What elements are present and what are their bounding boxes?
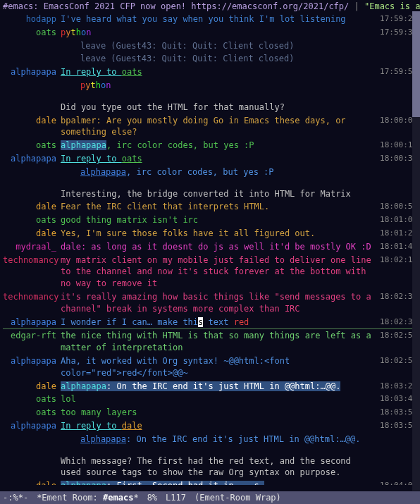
message-body: python bbox=[61, 27, 375, 39]
nick: alphapapa bbox=[3, 153, 61, 165]
mention[interactable]: alphapapa bbox=[80, 434, 126, 444]
timestamp: 18:03:52 bbox=[375, 407, 417, 419]
nick bbox=[3, 102, 61, 113]
message-body: python bbox=[61, 80, 375, 92]
timestamp: 18:02:35 bbox=[375, 316, 417, 328]
nick bbox=[3, 455, 61, 479]
timestamp bbox=[375, 188, 417, 200]
scrollbar-thumb[interactable] bbox=[412, 11, 420, 117]
message-body: the nice thing with HTML is that so many… bbox=[61, 330, 375, 354]
message-row: technomancyit's really amazing how basic… bbox=[0, 290, 420, 316]
message-row: dalebpalmer: Are you mostly doing Go in … bbox=[0, 114, 420, 140]
nick: oats bbox=[3, 140, 61, 152]
mention[interactable]: alphapapa bbox=[61, 481, 106, 485]
reply-link[interactable]: In reply to bbox=[61, 67, 122, 77]
nick bbox=[3, 188, 61, 200]
nick: dale bbox=[3, 228, 61, 240]
message-row: oatstoo many layers18:03:52 bbox=[0, 406, 420, 419]
topic-separator: | bbox=[354, 1, 364, 11]
nick: hodapp bbox=[3, 13, 61, 25]
message-body: In reply to oats bbox=[61, 153, 375, 165]
message-row: alphapapaAha, it worked with Org syntax!… bbox=[0, 355, 420, 380]
timestamp: 18:02:55 bbox=[375, 330, 417, 354]
modeline-buffer: *Ement Room: #emacs* bbox=[37, 493, 139, 503]
mention[interactable]: alphapapa bbox=[61, 140, 106, 150]
timestamp: 18:03:29 bbox=[375, 381, 417, 393]
message-row: mydraal_dale: as long as it doesnt do js… bbox=[0, 240, 420, 254]
message-row: Did you type out the HTML for that manua… bbox=[0, 101, 420, 114]
message-row: dalealphapapa: On the IRC end it's just … bbox=[0, 380, 420, 393]
nick: oats bbox=[3, 393, 61, 405]
message-row: leave (Guest43: Quit: Quit: Client close… bbox=[0, 52, 420, 66]
timestamp bbox=[375, 102, 417, 113]
message-body: alphapapa: On the IRC end it's just HTML… bbox=[61, 381, 375, 393]
nick bbox=[3, 434, 61, 445]
message-row: daleYes, I'm sure those folks have it al… bbox=[0, 227, 420, 240]
message-body: my matrix client on my mobile just faile… bbox=[61, 254, 375, 290]
timestamp bbox=[375, 455, 417, 479]
message-body: good thing matrix isn't irc bbox=[61, 214, 375, 226]
nick bbox=[3, 80, 61, 92]
message-body: dale: as long as it doesnt do js as well… bbox=[61, 241, 375, 253]
message-row: dalealphapapa: First. Second had it in ~… bbox=[0, 479, 420, 485]
timestamp bbox=[375, 40, 417, 52]
timestamp: 18:00:19 bbox=[375, 140, 417, 152]
message-row: daleFear the IRC client that interprets … bbox=[0, 200, 420, 214]
nick: oats bbox=[3, 407, 61, 419]
message-body: too many layers bbox=[61, 407, 375, 419]
nick bbox=[3, 40, 61, 52]
message-row: alphapapaIn reply to oats17:59:58 bbox=[0, 66, 420, 79]
nick: edgar-rft bbox=[3, 330, 61, 354]
mention[interactable]: alphapapa bbox=[61, 381, 106, 391]
reply-target[interactable]: oats bbox=[122, 67, 142, 77]
message-row: oatslol18:03:46 bbox=[0, 393, 420, 406]
message-row: Interesting, the bridge converted it int… bbox=[0, 188, 420, 201]
reply-link[interactable]: In reply to bbox=[61, 154, 122, 164]
message-body: Fear the IRC client that interprets HTML… bbox=[61, 201, 375, 213]
message-body: alphapapa, irc color codes, but yes :P bbox=[61, 140, 375, 152]
modeline: -:%*- *Ement Room: #emacs* 8% L117 (Emen… bbox=[0, 491, 420, 504]
message-row: leave (Guest43: Quit: Quit: Client close… bbox=[0, 39, 420, 53]
timestamp: 18:03:59 bbox=[375, 420, 417, 432]
mention[interactable]: alphapapa bbox=[80, 167, 126, 177]
timestamp: 17:59:31 bbox=[375, 27, 417, 39]
message-row: oatsgood thing matrix isn't irc18:01:05 bbox=[0, 214, 420, 227]
message-body: alphapapa: On the IRC end it's just HTML… bbox=[61, 434, 375, 445]
nick: mydraal_ bbox=[3, 241, 61, 253]
timestamp: 18:00:35 bbox=[375, 153, 417, 165]
nick: dale bbox=[3, 381, 61, 393]
message-row: technomancymy matrix client on my mobile… bbox=[0, 254, 420, 290]
message-body: In reply to oats bbox=[61, 66, 375, 78]
nick bbox=[3, 53, 61, 65]
modeline-line: L117 bbox=[166, 493, 186, 503]
reply-link[interactable]: In reply to bbox=[61, 421, 122, 431]
message-body: Interesting, the bridge converted it int… bbox=[61, 188, 375, 200]
timestamp: 17:59:58 bbox=[375, 66, 417, 78]
message-row: alphapapaI wonder if I can… make this te… bbox=[0, 316, 420, 329]
timestamp: 18:01:05 bbox=[375, 214, 417, 226]
message-body: I've heard what you say when you think I… bbox=[61, 13, 375, 25]
nick: dale bbox=[3, 201, 61, 213]
message-body: leave (Guest43: Quit: Quit: Client close… bbox=[61, 40, 375, 52]
message-body: alphapapa, irc color codes, but yes :P bbox=[61, 166, 375, 178]
nick: alphapapa bbox=[3, 66, 61, 78]
modeline-percent: 8% bbox=[147, 493, 157, 503]
timestamp: 18:04:08 bbox=[375, 480, 417, 485]
message-row: oatsalphapapa, irc color codes, but yes … bbox=[0, 139, 420, 152]
timestamp bbox=[375, 53, 417, 65]
message-body: Which message? The first had the red tex… bbox=[61, 455, 375, 479]
nick: oats bbox=[3, 27, 61, 39]
scrollbar[interactable] bbox=[412, 11, 420, 491]
message-body: alphapapa: First. Second had it in ~ ~s. bbox=[61, 480, 375, 485]
timestamp: 18:02:18 bbox=[375, 254, 417, 290]
reply-target[interactable]: dale bbox=[122, 421, 142, 431]
timestamp: 18:03:46 bbox=[375, 393, 417, 405]
titlebar: #emacs: EmacsConf 2021 CFP now open! htt… bbox=[0, 0, 420, 13]
message-body: Aha, it worked with Org syntax! ~@@html:… bbox=[61, 355, 375, 379]
message-body: I wonder if I can… make this text red bbox=[61, 316, 375, 328]
channel-name: #emacs bbox=[3, 1, 33, 11]
message-list[interactable]: hodappI've heard what you say when you t… bbox=[0, 13, 420, 485]
timestamp: 18:02:57 bbox=[375, 355, 417, 379]
nick: dale bbox=[3, 480, 61, 485]
reply-target[interactable]: oats bbox=[122, 154, 142, 164]
